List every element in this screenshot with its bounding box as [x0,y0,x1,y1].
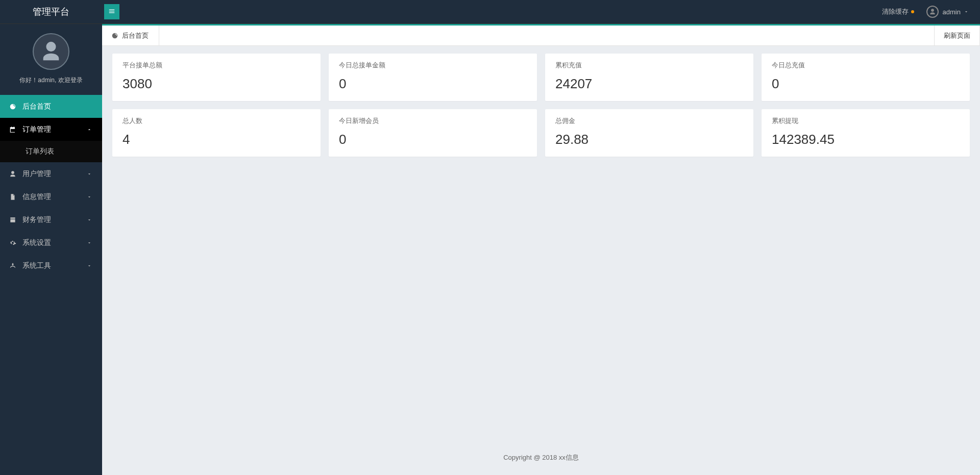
chevron-up-icon [87,126,92,134]
nav-label: 用户管理 [22,169,51,179]
clear-cache-button[interactable]: 清除缓存 [876,0,920,23]
chevron-down-icon [87,262,92,270]
nav-label: 系统设置 [22,238,51,247]
nav-item-home[interactable]: 后台首页 [0,95,102,118]
sub-nav-label: 订单列表 [26,147,54,156]
main: 后台首页 刷新页面 平台接单总额3080今日总接单金额0累积充值24207今日总… [102,24,980,475]
username-label: admin [943,8,961,16]
stat-card-total-order-amount: 平台接单总额3080 [112,54,321,101]
sub-nav-item-order-list[interactable]: 订单列表 [0,141,102,162]
clear-cache-label: 清除缓存 [882,7,909,16]
welcome-text: 你好！admin, 欢迎登录 [0,76,102,85]
dashboard-icon [9,103,17,110]
chevron-down-icon [87,216,92,224]
nav-label: 后台首页 [22,102,51,111]
stat-value: 0 [772,76,960,92]
sub-nav-order: 订单列表 [0,141,102,162]
chevron-down-icon [964,8,969,16]
notification-dot-icon [911,10,914,13]
stat-label: 今日总接单金额 [339,61,527,70]
nav: 后台首页订单管理订单列表用户管理信息管理财务管理系统设置系统工具 [0,95,102,277]
avatar-icon [926,6,939,18]
sidebar-profile: 你好！admin, 欢迎登录 [0,24,102,95]
stat-label: 平台接单总额 [122,61,310,70]
chevron-down-icon [87,239,92,247]
gear-icon [9,239,17,246]
sidebar-toggle-button[interactable] [104,4,119,19]
logo-text: 管理平台 [33,6,69,18]
nav-label: 订单管理 [22,125,51,134]
nav-label: 财务管理 [22,215,51,224]
money-icon [9,216,17,223]
tabs-bar: 后台首页 刷新页面 [102,26,980,46]
stat-card-total-users: 总人数4 [112,109,321,157]
stat-value: 0 [339,132,527,147]
stat-value: 4 [122,132,310,147]
stat-value: 24207 [555,76,743,92]
stat-card-today-order-amount: 今日总接单金额0 [329,54,537,101]
stat-card-total-commission: 总佣金29.88 [545,109,753,157]
stat-card-today-new-users: 今日新增会员0 [329,109,537,157]
stat-label: 累积提现 [772,116,960,126]
user-menu[interactable]: admin [920,0,975,23]
nav-item-info[interactable]: 信息管理 [0,185,102,208]
sidebar: 你好！admin, 欢迎登录 后台首页订单管理订单列表用户管理信息管理财务管理系… [0,24,102,475]
stat-label: 总佣金 [555,116,743,126]
stat-label: 今日总充值 [772,61,960,70]
user-icon [9,170,17,178]
logo: 管理平台 [0,0,102,23]
stat-value: 3080 [122,76,310,92]
nav-item-order[interactable]: 订单管理 [0,118,102,141]
stat-value: 29.88 [555,132,743,147]
nav-item-finance[interactable]: 财务管理 [0,208,102,231]
nav-item-tools[interactable]: 系统工具 [0,254,102,277]
tab-home[interactable]: 后台首页 [102,26,159,46]
stat-card-total-withdraw: 累积提现142389.45 [762,109,970,157]
avatar-icon [33,33,69,70]
stat-card-today-recharge: 今日总充值0 [762,54,970,101]
file-icon [9,193,17,201]
chevron-down-icon [87,193,92,201]
header: 管理平台 清除缓存 admin [0,0,980,23]
footer: Copyright @ 2018 xx信息 [112,448,970,467]
stat-value: 0 [339,76,527,92]
wrench-icon [9,262,17,269]
stat-label: 总人数 [122,116,310,126]
content: 平台接单总额3080今日总接单金额0累积充值24207今日总充值0总人数4今日新… [102,46,980,475]
nav-label: 信息管理 [22,192,51,202]
refresh-label: 刷新页面 [944,31,970,40]
menu-icon [108,8,115,16]
stat-grid: 平台接单总额3080今日总接单金额0累积充值24207今日总充值0总人数4今日新… [112,54,970,157]
refresh-page-button[interactable]: 刷新页面 [934,26,980,46]
stat-value: 142389.45 [772,132,960,147]
calendar-icon [9,126,17,133]
nav-label: 系统工具 [22,261,51,270]
header-right: 清除缓存 admin [876,0,980,23]
chevron-down-icon [87,170,92,178]
nav-item-settings[interactable]: 系统设置 [0,231,102,254]
stat-label: 累积充值 [555,61,743,70]
stat-label: 今日新增会员 [339,116,527,126]
tab-label: 后台首页 [122,31,149,40]
stat-card-total-recharge: 累积充值24207 [545,54,753,101]
nav-item-user[interactable]: 用户管理 [0,162,102,185]
dashboard-icon [111,32,118,39]
